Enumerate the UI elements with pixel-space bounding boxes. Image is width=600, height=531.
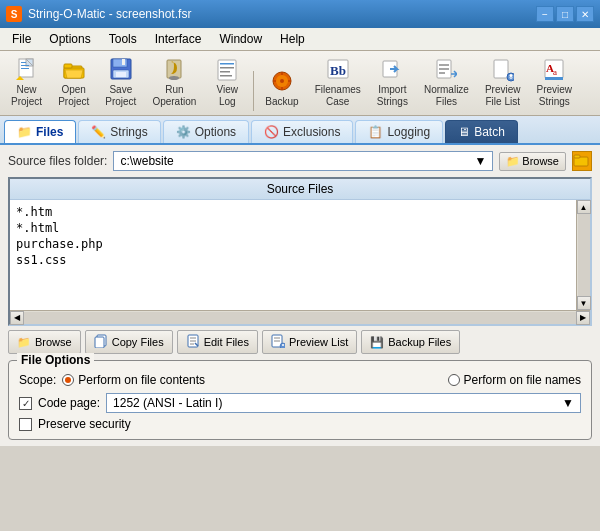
svg-rect-4 (21, 68, 29, 69)
tab-logging-icon: 📋 (368, 125, 383, 139)
preview-file-list-label: PreviewFile List (485, 84, 521, 108)
menu-bar: File Options Tools Interface Window Help (0, 28, 600, 51)
preview-file-list-button[interactable]: PreviewFile List (478, 55, 528, 111)
extra-folder-button[interactable] (572, 151, 592, 171)
view-log-label: ViewLog (217, 84, 239, 108)
menu-help[interactable]: Help (272, 30, 313, 48)
code-page-checkbox[interactable]: ✓ (19, 397, 32, 410)
new-project-button[interactable]: NewProject (4, 55, 49, 111)
menu-options[interactable]: Options (41, 30, 98, 48)
preserve-security-row: Preserve security (19, 417, 581, 431)
edit-files-icon (186, 334, 200, 350)
tab-logging[interactable]: 📋 Logging (355, 120, 443, 143)
svg-point-35 (509, 74, 512, 77)
file-options-group: File Options Scope: Perform on file cont… (8, 360, 592, 440)
backup-icon (270, 70, 294, 94)
scope-contents-radio[interactable] (62, 374, 74, 386)
code-page-combo[interactable]: 1252 (ANSI - Latin I) ▼ (106, 393, 581, 413)
svg-rect-20 (220, 67, 234, 69)
preserve-security-checkbox[interactable] (19, 418, 32, 431)
import-strings-label: ImportStrings (377, 84, 408, 108)
scroll-left-arrow[interactable]: ◀ (10, 311, 24, 325)
backup-button[interactable]: Backup (258, 67, 305, 111)
scope-row: Scope: Perform on file contents Perform … (19, 373, 581, 387)
svg-rect-3 (21, 65, 29, 66)
tab-options[interactable]: ⚙️ Options (163, 120, 249, 143)
horizontal-scrollbar[interactable]: ◀ ▶ (10, 310, 590, 324)
svg-rect-2 (21, 62, 26, 63)
tab-strings-icon: ✏️ (91, 125, 106, 139)
edit-files-button[interactable]: Edit Files (177, 330, 258, 354)
backup-files-button[interactable]: 💾 Backup Files (361, 330, 460, 354)
tab-strings[interactable]: ✏️ Strings (78, 120, 160, 143)
folder-icon: 📁 (506, 155, 520, 168)
backup-label: Backup (265, 96, 298, 108)
filenames-case-label: FilenamesCase (315, 84, 361, 108)
minimize-button[interactable]: − (536, 6, 554, 22)
menu-window[interactable]: Window (211, 30, 270, 48)
source-files-list[interactable]: *.htm *.html purchase.php ss1.css (10, 200, 576, 310)
maximize-button[interactable]: □ (556, 6, 574, 22)
tab-batch[interactable]: 🖥 Batch (445, 120, 518, 143)
save-project-button[interactable]: SaveProject (98, 55, 143, 111)
svg-rect-21 (220, 71, 230, 73)
scroll-down-arrow[interactable]: ▼ (577, 296, 591, 310)
preview-list-label: Preview List (289, 336, 348, 348)
open-project-icon (62, 58, 86, 82)
svg-rect-14 (116, 72, 126, 77)
source-files-body: *.htm *.html purchase.php ss1.css ▲ ▼ (10, 200, 590, 310)
browse-label: Browse (522, 155, 559, 167)
svg-text:a: a (553, 67, 557, 77)
menu-tools[interactable]: Tools (101, 30, 145, 48)
svg-text:Bb: Bb (330, 63, 346, 78)
svg-rect-39 (545, 77, 563, 80)
tab-exclusions-label: Exclusions (283, 125, 340, 139)
preview-list-button[interactable]: Preview List (262, 330, 357, 354)
normalize-files-icon (434, 58, 458, 82)
preview-strings-button[interactable]: A a PreviewStrings (530, 55, 580, 111)
browse-files-icon: 📁 (17, 336, 31, 349)
vertical-scrollbar[interactable]: ▲ ▼ (576, 200, 590, 310)
source-folder-combo[interactable]: c:\website ▼ (113, 151, 493, 171)
app-icon: S (6, 6, 22, 22)
tab-exclusions[interactable]: 🚫 Exclusions (251, 120, 353, 143)
copy-files-button[interactable]: Copy Files (85, 330, 173, 354)
browse-files-button[interactable]: 📁 Browse (8, 330, 81, 354)
tab-batch-icon: 🖥 (458, 125, 470, 139)
open-project-button[interactable]: OpenProject (51, 55, 96, 111)
window-controls: − □ ✕ (536, 6, 594, 22)
scope-filenames-label: Perform on file names (464, 373, 581, 387)
scroll-track (578, 214, 590, 296)
tab-files[interactable]: 📁 Files (4, 120, 76, 143)
scope-filenames-radio[interactable] (448, 374, 460, 386)
scope-label: Scope: (19, 373, 56, 387)
tab-exclusions-icon: 🚫 (264, 125, 279, 139)
scroll-up-arrow[interactable]: ▲ (577, 200, 591, 214)
save-project-icon (109, 58, 133, 82)
list-item: *.html (16, 220, 570, 236)
title-bar: S String-O-Matic - screenshot.fsr − □ ✕ (0, 0, 600, 28)
new-project-label: NewProject (11, 84, 42, 108)
normalize-files-button[interactable]: NormalizeFiles (417, 55, 476, 111)
preserve-security-label: Preserve security (38, 417, 131, 431)
browse-button[interactable]: 📁 Browse (499, 152, 566, 171)
code-page-value: 1252 (ANSI - Latin I) (113, 396, 222, 410)
close-button[interactable]: ✕ (576, 6, 594, 22)
scroll-right-arrow[interactable]: ▶ (576, 311, 590, 325)
tab-logging-label: Logging (387, 125, 430, 139)
tab-options-icon: ⚙️ (176, 125, 191, 139)
run-operation-button[interactable]: RunOperation (145, 55, 203, 111)
save-project-label: SaveProject (105, 84, 136, 108)
scope-contents-option[interactable]: Perform on file contents (62, 373, 205, 387)
code-page-dropdown-icon: ▼ (562, 396, 574, 410)
scope-filenames-option[interactable]: Perform on file names (448, 373, 581, 387)
svg-rect-43 (95, 337, 104, 348)
list-item: *.htm (16, 204, 570, 220)
svg-rect-12 (122, 59, 125, 65)
menu-file[interactable]: File (4, 30, 39, 48)
view-log-button[interactable]: ViewLog (205, 55, 249, 111)
backup-files-label: Backup Files (388, 336, 451, 348)
filenames-case-button[interactable]: Bb FilenamesCase (308, 55, 368, 111)
import-strings-button[interactable]: ImportStrings (370, 55, 415, 111)
menu-interface[interactable]: Interface (147, 30, 210, 48)
